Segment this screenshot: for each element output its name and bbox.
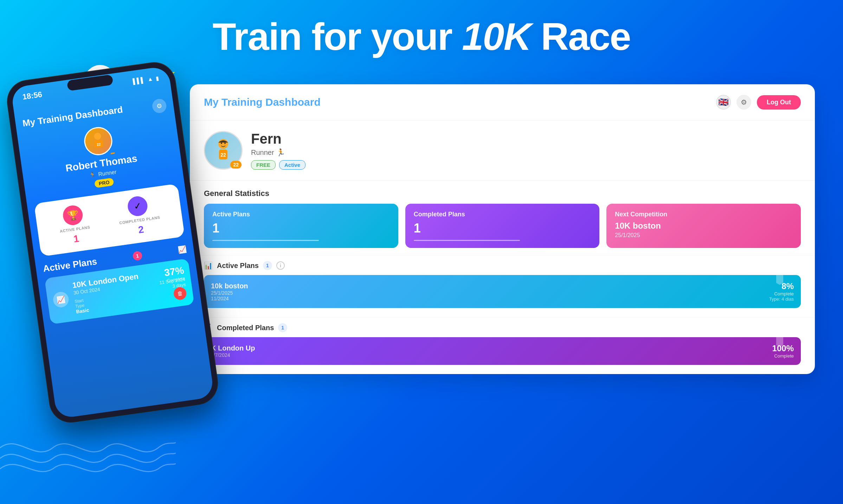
phone-stat-active-icon: 🏆	[62, 204, 84, 226]
signal-icon: ▌▌▌	[133, 77, 145, 85]
user-avatar-badge: 22	[230, 161, 242, 169]
dashboard-title: My Training Dashboard	[204, 96, 321, 108]
completed-plan-complete-label: Complete	[772, 353, 794, 359]
phone-role-text: Runner	[98, 169, 117, 177]
svg-text:22: 22	[220, 152, 226, 158]
active-plan-row[interactable]: 10k boston 25/1/2025 11/2024 8% Complete…	[204, 275, 801, 308]
svg-text:22: 22	[97, 142, 101, 147]
title-part2: Race	[531, 15, 631, 58]
active-plan-date2: 11/2024	[211, 296, 769, 301]
phone-plans-count: 1	[132, 250, 142, 261]
phone-badge-pro: PRO	[94, 178, 114, 188]
title-bold: 10K	[462, 15, 531, 58]
phone-plan-labels: Start Type Basic	[74, 297, 89, 314]
language-flag[interactable]: 🇬🇧	[716, 95, 731, 110]
phone-stat-completed: ✓ COMPLETED PLANS 2	[116, 194, 162, 238]
phone-icons: ▌▌▌ ▲ ▮	[133, 75, 160, 85]
stat-card-active-title: Active Plans	[212, 211, 390, 218]
completed-plans-count: 1	[278, 323, 287, 332]
plan-row-right: 8% Complete Type: 4 dias	[769, 281, 794, 302]
badge-free: FREE	[251, 160, 276, 170]
user-role-text: Runner	[251, 149, 274, 157]
logout-button[interactable]: Log Out	[757, 95, 801, 110]
phone-active-plans-value: 1	[73, 233, 80, 245]
dashboard-header: My Training Dashboard 🇬🇧 ⚙ Log Out	[190, 84, 815, 120]
active-plans-section: 📊 Active Plans 1 i 10k boston 25/1/2025 …	[190, 255, 815, 317]
phone-stat-active: 🏆 ACTIVE PLANS 1	[57, 203, 92, 247]
phone-completed-plans-label: COMPLETED PLANS	[119, 215, 160, 225]
completed-plans-header: 🏅 Completed Plans 1	[204, 323, 801, 332]
stat-card-next-title: Next Competition	[615, 211, 792, 218]
stat-card-next-sub: 25/1/2025	[615, 232, 792, 238]
phone-active-plans-label: ACTIVE PLANS	[59, 225, 90, 234]
completed-plan-name: K London Up	[211, 344, 772, 352]
phone-gear-icon[interactable]: ⚙	[152, 98, 167, 114]
active-plans-header: 📊 Active Plans 1 i	[204, 261, 801, 270]
phone-role-icon: 🏃	[89, 171, 96, 179]
user-role-icon: 🏃	[276, 148, 285, 157]
active-plan-complete-label: Complete	[769, 291, 794, 296]
phone-time: 18:56	[22, 90, 43, 102]
general-stats-label: General Statistics	[204, 189, 801, 198]
stat-card-completed-value: 1	[414, 221, 591, 236]
stat-card-next-competition: Next Competition 10K boston 25/1/2025	[606, 204, 801, 248]
plan-row-left: 10k boston 25/1/2025 11/2024	[211, 282, 769, 301]
title-part1: Train for your	[213, 15, 462, 58]
plan-bookmark	[776, 275, 783, 285]
general-stats-section: General Statistics Active Plans 1 Comple…	[190, 181, 815, 255]
svg-point-13	[224, 143, 226, 144]
active-plans-chart-icon: 📊	[204, 261, 213, 270]
title-section: Train for your 10K Race	[0, 14, 843, 59]
user-role: Runner 🏃	[251, 148, 801, 157]
stat-card-active-value: 1	[212, 221, 390, 236]
settings-icon[interactable]: ⚙	[736, 95, 751, 110]
stat-card-active-plans: Active Plans 1	[204, 204, 398, 248]
active-plan-date: 25/1/2025	[211, 290, 769, 296]
phone-completed-plans-value: 2	[137, 224, 144, 236]
completed-plan-row[interactable]: K London Up 1/7/2024 100% Complete	[204, 337, 801, 365]
completed-plan-bookmark	[776, 337, 783, 347]
active-plan-name: 10k boston	[211, 282, 769, 290]
svg-point-8	[94, 132, 102, 140]
active-plans-info-icon[interactable]: i	[276, 261, 285, 270]
battery-icon: ▮	[155, 75, 160, 82]
phone-stats-card: 🏆 ACTIVE PLANS 1 ✓ COMPLETED PLANS 2	[34, 184, 185, 257]
dashboard-header-actions: 🇬🇧 ⚙ Log Out	[716, 95, 801, 110]
stat-card-completed-plans: Completed Plans 1	[405, 204, 600, 248]
user-info: Fern Runner 🏃 FREE Active	[251, 131, 801, 170]
stat-card-active-underline	[212, 240, 319, 241]
user-avatar: 22 22	[204, 131, 243, 170]
phone-avatar: 22	[82, 125, 114, 157]
completed-plan-row-right: 100% Complete	[772, 343, 794, 359]
completed-plans-section: 🏅 Completed Plans 1 K London Up 1/7/2024…	[190, 317, 815, 374]
stat-card-completed-title: Completed Plans	[414, 211, 591, 218]
stat-card-completed-underline	[414, 240, 520, 241]
active-plan-type: Type: 4 dias	[769, 296, 794, 302]
stat-card-next-value: 10K boston	[615, 221, 792, 231]
badge-active: Active	[279, 160, 305, 170]
dashboard-panel: My Training Dashboard 🇬🇧 ⚙ Log Out 22 22	[190, 84, 815, 374]
user-name: Fern	[251, 131, 801, 147]
stats-cards: Active Plans 1 Completed Plans 1 Next Co…	[204, 204, 801, 248]
completed-plans-title: Completed Plans	[217, 324, 274, 332]
wave-decoration	[0, 413, 176, 483]
phone-trend-icon: 📈	[177, 244, 187, 254]
active-plans-title: Active Plans	[217, 262, 259, 270]
phone-user-section: 22 Robert Thomas 🏃 Runner PRO	[25, 117, 176, 197]
active-plans-count: 1	[263, 261, 272, 270]
phone-avatar-badge	[110, 152, 115, 155]
completed-plan-date: 1/7/2024	[211, 352, 772, 358]
main-title: Train for your 10K Race	[0, 14, 843, 59]
svg-point-12	[221, 143, 222, 144]
phone-stat-completed-icon: ✓	[127, 195, 149, 217]
phone-plan-icon: 📈	[52, 291, 70, 308]
completed-plan-row-left: K London Up 1/7/2024	[211, 344, 772, 358]
phone-plans-title: Active Plans	[42, 256, 97, 274]
user-badges: FREE Active	[251, 160, 801, 170]
wifi-icon: ▲	[147, 76, 153, 83]
user-profile: 22 22 Fern Runner 🏃 FREE Active	[190, 120, 815, 181]
